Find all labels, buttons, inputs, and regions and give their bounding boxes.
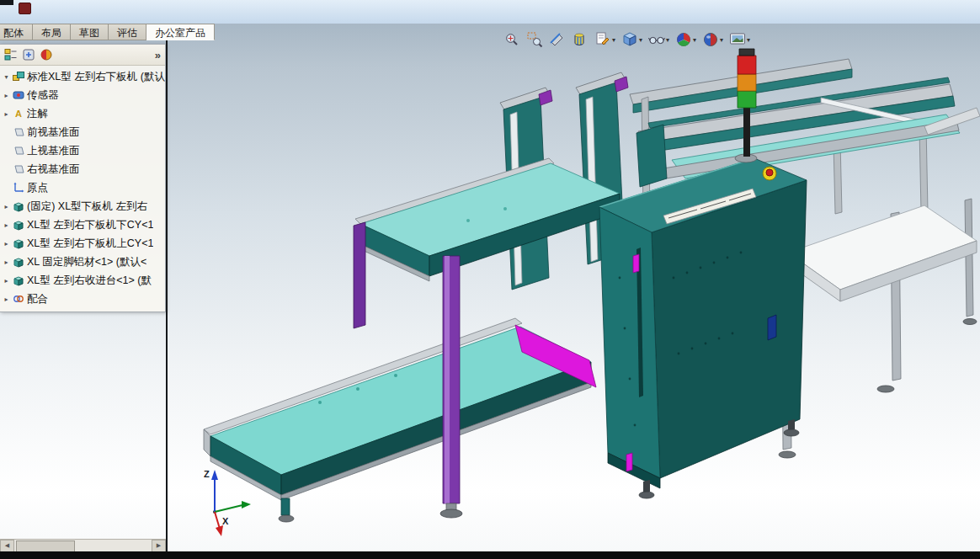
heads-up-toolbar: ▾ ▾ ▾ ▾ ▾ xyxy=(503,31,750,48)
dropdown-arrow[interactable]: ▾ xyxy=(612,36,615,44)
configurationmanager-tab-icon[interactable] xyxy=(40,48,53,61)
component-icon xyxy=(13,219,24,231)
tree-item-right-plane[interactable]: 右视基准面 xyxy=(0,160,165,178)
annotation-icon: A xyxy=(13,108,24,120)
dropdown-arrow[interactable]: ▾ xyxy=(747,36,750,44)
mates-icon xyxy=(13,293,24,305)
propertymanager-tab-icon[interactable] xyxy=(22,48,35,61)
dropdown-arrow[interactable]: ▾ xyxy=(720,36,723,44)
scroll-thumb[interactable] xyxy=(16,540,75,552)
zoom-area-button[interactable] xyxy=(526,31,543,48)
color-sphere-icon xyxy=(702,31,719,48)
scroll-left-arrow[interactable]: ◀ xyxy=(0,540,14,552)
tree-item-sensors[interactable]: ▸ 传感器 xyxy=(0,86,165,104)
view-orientation-button[interactable]: ▾ xyxy=(621,31,642,48)
expander-icon[interactable]: ▾ xyxy=(3,73,10,81)
tree-item-component-foot-profile[interactable]: ▸ XL 固定脚铝材<1> (默认< xyxy=(0,253,165,271)
component-icon xyxy=(13,274,24,286)
zoom-fit-icon xyxy=(503,31,520,48)
tab-assembly[interactable]: 配体 xyxy=(0,24,33,40)
edit-appearance-page-icon xyxy=(594,31,611,48)
dropdown-arrow[interactable]: ▾ xyxy=(666,36,669,44)
panel-splitter[interactable] xyxy=(166,40,168,551)
tab-layout[interactable]: 布局 xyxy=(33,24,71,40)
zoom-area-icon xyxy=(526,31,543,48)
signal-light-green xyxy=(738,91,756,108)
model-right-frame-table[interactable] xyxy=(779,199,977,458)
signal-light-red xyxy=(738,56,756,74)
striped-cylinder-icon xyxy=(572,31,589,48)
svg-text:A: A xyxy=(15,109,22,119)
color-wheel-icon xyxy=(675,31,692,48)
expander-icon[interactable]: ▸ xyxy=(3,258,10,266)
signal-light-amber xyxy=(738,74,756,91)
edit-appearance-button[interactable]: ▾ xyxy=(594,31,615,48)
title-strip xyxy=(0,0,980,24)
expander-icon[interactable]: ▸ xyxy=(3,295,10,303)
tree-item-fixed-component[interactable]: ▸ (固定) XL型下板机 左到右 xyxy=(0,197,165,216)
component-icon xyxy=(13,200,24,212)
scroll-right-arrow[interactable]: ▶ xyxy=(152,540,166,552)
expander-icon[interactable]: ▸ xyxy=(3,277,10,285)
tree-item-label: 前视基准面 xyxy=(27,125,80,140)
section-view-button[interactable] xyxy=(549,31,566,48)
plane-icon xyxy=(13,126,24,138)
plane-icon xyxy=(13,145,24,157)
expander-icon[interactable]: ▸ xyxy=(3,240,10,248)
assembly-icon xyxy=(13,71,24,83)
display-state-button[interactable] xyxy=(572,31,589,48)
tree-item-mates[interactable]: ▸ 配合 xyxy=(0,290,165,308)
triad-x-label: X xyxy=(222,516,229,526)
featuremanager-tab-icon[interactable] xyxy=(4,48,18,61)
panel-expand-chevron[interactable]: » xyxy=(155,49,161,61)
tree-item-label: 传感器 xyxy=(27,88,59,103)
model-signal-tower[interactable] xyxy=(735,49,757,162)
model-cabinet[interactable] xyxy=(599,158,807,498)
view-settings-button[interactable]: ▾ xyxy=(729,31,750,48)
tree-item-front-plane[interactable]: 前视基准面 xyxy=(0,123,165,141)
tab-office-products[interactable]: 办公室产品 xyxy=(146,24,215,40)
tree-item-label: 原点 xyxy=(27,181,48,195)
tree-item-component-upper-cy[interactable]: ▸ XL型 左到右下板机上CY<1 xyxy=(0,234,165,253)
expander-icon[interactable]: ▸ xyxy=(3,92,10,99)
featuremanager-panel: » ▾ 标准XL型 左到右下板机 (默认 ▸ 传感器 ▸ A 注解 xyxy=(0,44,166,312)
section-knife-icon xyxy=(549,31,566,48)
tree-item-label: 上视基准面 xyxy=(27,144,80,158)
tab-evaluate[interactable]: 评估 xyxy=(109,24,146,40)
tree-item-assembly-root[interactable]: ▾ 标准XL型 左到右下板机 (默认 xyxy=(0,67,165,86)
tree-item-top-plane[interactable]: 上视基准面 xyxy=(0,141,165,160)
dropdown-arrow[interactable]: ▾ xyxy=(693,36,696,44)
plane-icon xyxy=(13,163,24,175)
horizontal-scrollbar[interactable]: ◀ ▶ xyxy=(0,539,166,551)
expander-icon[interactable]: ▸ xyxy=(3,203,10,210)
expander-icon[interactable]: ▸ xyxy=(3,221,10,229)
window-corner xyxy=(0,0,13,5)
origin-icon xyxy=(13,182,24,194)
tree-item-component-lower-cy[interactable]: ▸ XL型 左到右下板机下CY<1 xyxy=(0,216,165,234)
apply-scene-button[interactable]: ▾ xyxy=(702,31,723,48)
tree-item-label: 右视基准面 xyxy=(27,162,80,177)
view-cube-icon xyxy=(621,31,638,48)
hide-show-items-button[interactable]: ▾ xyxy=(648,31,669,48)
tree-item-annotations[interactable]: ▸ A 注解 xyxy=(0,104,165,123)
glasses-icon xyxy=(648,31,665,48)
tree-item-label: XL型 左到右下板机上CY<1 xyxy=(27,237,153,251)
zoom-fit-button[interactable] xyxy=(503,31,520,48)
tree-item-label: 配合 xyxy=(27,292,48,306)
tree-item-label: XL型 左到右收进台<1> (默 xyxy=(27,274,152,288)
tree-item-label: XL 固定脚铝材<1> (默认< xyxy=(27,255,146,269)
appearance-wheel-button[interactable]: ▾ xyxy=(675,31,696,48)
scroll-track[interactable] xyxy=(14,540,152,551)
scene-monitor-icon xyxy=(729,31,746,48)
commandmanager-tabs: 配体 布局 草图 评估 办公室产品 xyxy=(0,24,215,40)
tree-item-origin[interactable]: 原点 xyxy=(0,178,165,197)
component-icon xyxy=(13,237,24,249)
tree-item-component-intake-table[interactable]: ▸ XL型 左到右收进台<1> (默 xyxy=(0,271,165,290)
tree-item-label: 注解 xyxy=(27,107,48,121)
tab-sketch[interactable]: 草图 xyxy=(71,24,109,40)
model-middle-shelf[interactable] xyxy=(355,158,620,281)
expander-icon[interactable]: ▸ xyxy=(3,110,10,118)
sensor-icon xyxy=(13,89,24,101)
dropdown-arrow[interactable]: ▾ xyxy=(639,36,642,44)
tree-item-label: (固定) XL型下板机 左到右 xyxy=(27,200,147,214)
